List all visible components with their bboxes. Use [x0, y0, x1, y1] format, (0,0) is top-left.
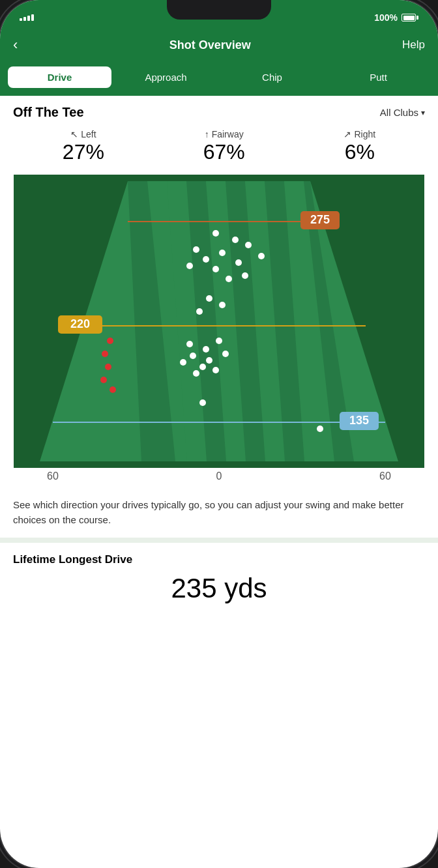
svg-point-47 [199, 399, 206, 406]
section-divider [0, 538, 438, 543]
help-button[interactable]: Help [402, 38, 425, 51]
svg-point-24 [193, 246, 199, 253]
svg-point-51 [105, 364, 111, 370]
notch [167, 0, 271, 20]
svg-text:135: 135 [349, 414, 369, 427]
battery-tip [416, 16, 418, 20]
tab-approach[interactable]: Approach [114, 66, 218, 88]
club-selector[interactable]: All Clubs ▾ [380, 107, 425, 118]
svg-point-25 [219, 250, 226, 256]
signal-bar-1 [20, 18, 22, 21]
svg-point-36 [196, 308, 203, 315]
svg-point-48 [317, 426, 323, 432]
club-selector-label: All Clubs [380, 107, 418, 118]
battery-icon [402, 14, 418, 22]
svg-point-23 [232, 237, 239, 243]
section-header: Off The Tee All Clubs ▾ [0, 96, 438, 126]
svg-text:0: 0 [216, 470, 222, 482]
svg-point-44 [193, 370, 199, 377]
fairway-svg: 275 220 135 [13, 175, 425, 487]
svg-point-27 [203, 256, 209, 263]
svg-point-49 [107, 338, 113, 344]
battery-body [402, 14, 416, 22]
signal-bar-4 [31, 14, 34, 21]
lifetime-label: Lifetime Longest Drive [13, 553, 425, 566]
stat-fairway-arrow: ↑ [205, 129, 209, 139]
stat-right: ↗ Right 6% [343, 129, 375, 164]
stat-left-label: ↖ Left [70, 129, 96, 139]
signal-bars [20, 14, 34, 21]
stat-right-value: 6% [345, 139, 375, 164]
svg-text:220: 220 [70, 317, 90, 330]
fairway-visualization: 275 220 135 [13, 175, 425, 487]
svg-point-45 [180, 359, 186, 366]
stat-left: ↖ Left 27% [63, 129, 104, 164]
description-section: See which direction your drives typicall… [0, 487, 438, 538]
svg-point-50 [102, 351, 108, 357]
svg-point-22 [212, 230, 219, 237]
svg-point-32 [226, 276, 232, 282]
stat-fairway: ↑ Fairway 67% [203, 129, 245, 164]
svg-point-46 [222, 351, 229, 357]
svg-point-40 [190, 353, 196, 359]
tab-bar: Drive Approach Chip Putt [0, 61, 438, 96]
header: ‹ Shot Overview Help [0, 29, 438, 61]
stat-fairway-value: 67% [203, 139, 245, 164]
lifetime-value: 235 yds [13, 566, 425, 611]
svg-point-31 [186, 263, 193, 269]
stat-left-arrow: ↖ [70, 129, 78, 139]
chevron-down-icon: ▾ [421, 108, 425, 117]
tab-drive[interactable]: Drive [8, 66, 111, 88]
signal-area [20, 14, 34, 21]
tab-putt[interactable]: Putt [327, 66, 430, 88]
svg-point-38 [203, 346, 209, 353]
stats-row: ↖ Left 27% ↑ Fairway 67% ↗ Right 6% [0, 126, 438, 175]
back-button[interactable]: ‹ [13, 36, 18, 53]
battery-fill [403, 16, 415, 20]
svg-point-26 [245, 242, 252, 248]
svg-text:275: 275 [310, 213, 330, 226]
stat-right-arrow: ↗ [343, 129, 351, 139]
svg-point-53 [110, 386, 116, 393]
tab-chip[interactable]: Chip [220, 66, 324, 88]
page-title: Shot Overview [169, 38, 251, 52]
phone-screen: 100% ‹ Shot Overview Help Drive Approach [0, 0, 438, 868]
stat-fairway-label: ↑ Fairway [205, 129, 244, 139]
svg-point-35 [219, 302, 226, 308]
stat-left-value: 27% [63, 139, 104, 164]
signal-bar-3 [27, 16, 30, 21]
svg-point-43 [212, 367, 219, 373]
lifetime-section: Lifetime Longest Drive 235 yds [0, 543, 438, 621]
svg-point-34 [206, 295, 212, 302]
svg-point-41 [206, 357, 212, 364]
phone-frame: 100% ‹ Shot Overview Help Drive Approach [0, 0, 438, 868]
battery-percent: 100% [374, 12, 398, 23]
svg-point-33 [242, 272, 248, 279]
svg-text:60: 60 [47, 470, 59, 482]
svg-point-30 [258, 253, 265, 259]
stat-right-label: ↗ Right [343, 129, 375, 139]
svg-point-42 [199, 364, 206, 370]
svg-point-52 [100, 377, 107, 383]
signal-bar-2 [23, 17, 26, 21]
svg-point-37 [186, 341, 193, 347]
svg-point-28 [235, 259, 242, 266]
svg-point-29 [212, 266, 219, 272]
svg-point-39 [216, 338, 222, 344]
svg-text:60: 60 [379, 470, 391, 482]
battery-area: 100% [374, 12, 418, 23]
description-text: See which direction your drives typicall… [13, 498, 425, 527]
section-title: Off The Tee [13, 105, 84, 120]
